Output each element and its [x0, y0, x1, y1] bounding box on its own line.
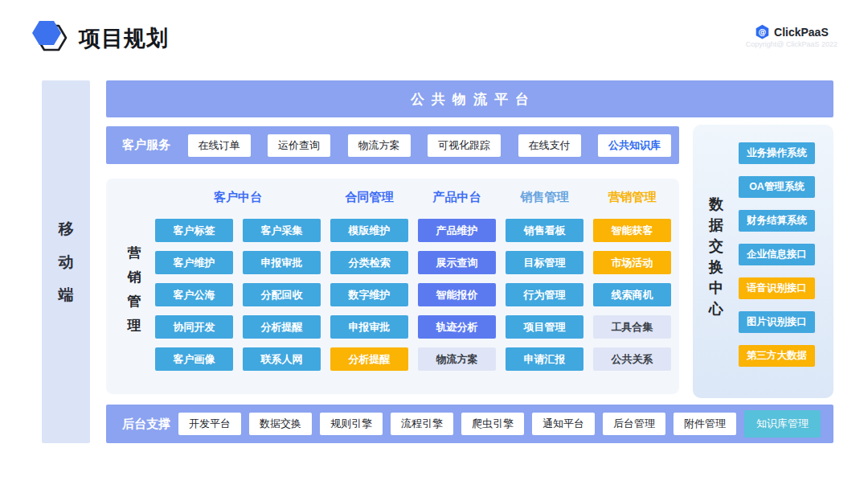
matrix-node: 智能获客 [593, 219, 671, 242]
backend-support-chip: 流程引擎 [391, 413, 453, 435]
mobile-rail: 移动端 [42, 80, 90, 443]
matrix-node: 分析提醒 [243, 315, 321, 339]
data-exchange-label: 数据交换中心 [707, 194, 725, 319]
matrix-node: 分类检索 [330, 251, 408, 274]
data-exchange-node: 企业信息接口 [739, 244, 815, 265]
matrix-node: 客户标签 [155, 219, 233, 242]
matrix-node: 目标管理 [506, 251, 583, 274]
matrix-node: 客户公海 [155, 283, 233, 306]
matrix-node: 线索商机 [593, 283, 671, 306]
hexagon-logo-icon [29, 16, 71, 58]
backend-support-chip: 知识库管理 [744, 410, 821, 438]
backend-support-chip: 通知平台 [532, 413, 595, 435]
matrix-node: 工具合集 [593, 315, 671, 339]
matrix-node: 客户画像 [155, 347, 233, 371]
matrix-node: 协同开发 [155, 315, 233, 339]
matrix-column-header: 产品中台 [418, 190, 496, 205]
matrix-node: 轨迹分析 [418, 315, 496, 339]
customer-service-chip: 物流方案 [348, 134, 411, 157]
matrix-node: 分配回收 [243, 283, 321, 306]
matrix-node: 物流方案 [418, 347, 496, 371]
backend-support-chip: 后台管理 [603, 413, 665, 435]
matrix-node: 产品维护 [418, 219, 496, 242]
data-exchange-node: OA管理系统 [739, 176, 815, 198]
matrix-node: 智能报价 [418, 283, 496, 306]
brand-name: ClickPaaS [774, 26, 829, 39]
matrix-column-header: 营销管理 [593, 190, 671, 205]
customer-service-label: 客户服务 [122, 138, 170, 153]
platform-banner-label: 公共物流平台 [403, 90, 536, 109]
matrix-node: 分析提醒 [330, 347, 408, 371]
matrix-node: 申报审批 [243, 251, 321, 274]
matrix-node: 项目管理 [506, 315, 583, 339]
matrix-node: 行为管理 [506, 283, 583, 306]
platform-banner: 公共物流平台 [106, 80, 833, 117]
customer-service-chip: 公共知识库 [598, 134, 671, 157]
customer-service-chip: 运价查询 [268, 134, 330, 157]
matrix-node: 模版维护 [330, 219, 408, 242]
matrix-node: 公共关系 [593, 347, 671, 371]
backend-support-chip: 数据交换 [249, 413, 312, 435]
matrix-column-header: 客户中台 [155, 190, 321, 205]
matrix-column-header: 合同管理 [330, 190, 408, 205]
project-planning-diagram: 项目规划 @ ClickPaaS Copyright@ ClickPaaS 20… [0, 0, 868, 489]
backend-support-label: 后台支撑 [122, 417, 170, 432]
matrix-node: 客户维护 [155, 251, 233, 274]
customer-service-band: 客户服务 在线订单运价查询物流方案可视化跟踪在线支付公共知识库 [106, 126, 679, 164]
matrix-side-label: 营销管理 [125, 241, 143, 338]
data-exchange-node: 业务操作系统 [739, 142, 815, 164]
matrix-cell-grid: 客户标签客户维护客户公海协同开发客户画像客户采集申报审批分配回收分析提醒联系人网… [155, 219, 671, 371]
clickpaas-logo-icon: @ [755, 24, 770, 39]
mobile-rail-label: 移动端 [57, 212, 75, 311]
copyright-text: Copyright@ ClickPaaS 2022 [746, 40, 837, 48]
data-exchange-node: 语音识别接口 [739, 277, 815, 299]
data-exchange-panel: 数据交换中心 业务操作系统OA管理系统财务结算系统企业信息接口语音识别接口图片识… [693, 125, 833, 398]
customer-service-chip: 可视化跟踪 [428, 134, 501, 157]
data-exchange-list: 业务操作系统OA管理系统财务结算系统企业信息接口语音识别接口图片识别接口第三方大… [739, 142, 815, 367]
backend-support-chip: 附件管理 [674, 413, 736, 435]
backend-support-band: 后台支撑 开发平台数据交换规则引擎流程引擎爬虫引擎通知平台后台管理附件管理知识库… [106, 405, 833, 443]
matrix-node: 市场活动 [593, 251, 671, 274]
data-exchange-node: 第三方大数据 [739, 345, 815, 367]
data-exchange-node: 财务结算系统 [739, 210, 815, 232]
matrix-node: 申请汇报 [506, 347, 583, 371]
matrix-header-row: 客户中台合同管理产品中台销售管理营销管理 [155, 190, 671, 205]
svg-text:@: @ [759, 27, 767, 36]
matrix-node: 申报审批 [330, 315, 408, 339]
customer-service-chip: 在线订单 [188, 134, 251, 157]
page-title: 项目规划 [79, 24, 169, 53]
brand-block: @ ClickPaaS Copyright@ ClickPaaS 2022 [746, 24, 837, 48]
matrix-column-header: 销售管理 [506, 190, 583, 205]
backend-support-chip: 爬虫引擎 [461, 413, 524, 435]
matrix-node: 展示查询 [418, 251, 496, 274]
matrix-node: 联系人网 [243, 347, 321, 371]
backend-support-chip: 开发平台 [178, 413, 241, 435]
data-exchange-node: 图片识别接口 [739, 311, 815, 333]
matrix-node: 销售看板 [506, 219, 583, 242]
marketing-matrix-panel: 营销管理 客户中台合同管理产品中台销售管理营销管理 客户标签客户维护客户公海协同… [106, 179, 679, 394]
matrix-node: 数字维护 [330, 283, 408, 306]
matrix-node: 客户采集 [243, 219, 321, 242]
backend-support-chip: 规则引擎 [320, 413, 383, 435]
customer-service-chip: 在线支付 [518, 134, 581, 157]
